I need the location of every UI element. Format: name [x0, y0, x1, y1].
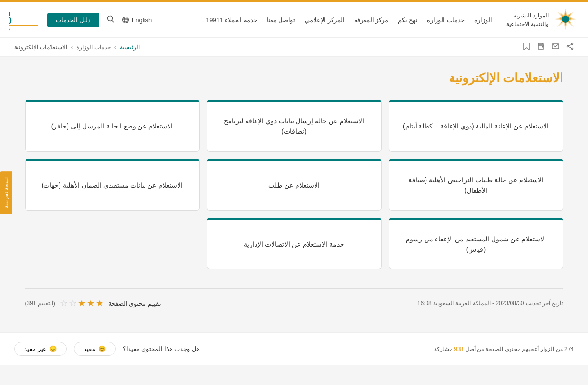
svg-text:2030: 2030: [9, 16, 12, 26]
beta-tag[interactable]: نسخة تجريبية: [0, 171, 12, 214]
breadcrumb-current: الاستعلامات الإلكترونية: [14, 44, 67, 51]
nav-services[interactable]: خدمات الوزارة: [427, 17, 465, 24]
page-title: الاستعلامات الإلكترونية: [25, 71, 563, 86]
header-left: English دليل الخدمات VISION رؤية 2030: [9, 7, 152, 33]
language-switcher[interactable]: English: [122, 16, 152, 24]
vision-logo-svg: VISION رؤية 2030 KINGDOM OF SAUDI ARABIA: [9, 7, 40, 33]
breadcrumb-sep-2: ›: [71, 44, 73, 51]
breadcrumb: الرئيسية › خدمات الوزارة › الاستعلامات ا…: [14, 44, 140, 51]
svg-line-18: [568, 44, 571, 46]
star-3[interactable]: ★: [78, 298, 85, 308]
print-icon[interactable]: [537, 43, 545, 51]
rating-label: تقييم محتوى الصفحة: [108, 300, 161, 307]
star-2[interactable]: ☆: [69, 298, 77, 308]
svg-point-23: [542, 46, 543, 47]
svg-rect-13: [9, 25, 38, 26]
header: الموارد البشرية والتنمية الاجتماعية الوز…: [0, 2, 588, 38]
card-1[interactable]: الاستعلام عن الإعانة المالية (ذوي الإعاق…: [389, 100, 563, 152]
not-useful-button[interactable]: 😞 غير مفيد: [14, 342, 67, 356]
card-6[interactable]: الاستعلام عن بيانات مستفيدي الضمان الأهل…: [25, 159, 200, 211]
lang-label: English: [132, 17, 152, 24]
nav-nahj[interactable]: نهج بكم: [398, 17, 418, 24]
svg-point-15: [572, 43, 573, 45]
services-guide-button[interactable]: دليل الخدمات: [47, 13, 99, 27]
feedback-stats: 274 من الزوار أعجبهم محتوى الصفحة من أصل…: [434, 346, 574, 352]
rating-count: (التقييم 391): [25, 300, 55, 307]
main-content: الاستعلامات الإلكترونية الاستعلام عن الإ…: [16, 57, 573, 332]
svg-line-10: [112, 21, 114, 23]
vision-2030-logo: VISION رؤية 2030 KINGDOM OF SAUDI ARABIA: [9, 7, 40, 33]
last-update: تاريخ آخر تحديث 2023/08/30 - المملكة الع…: [418, 300, 563, 307]
card-4[interactable]: الاستعلام عن حالة طلبات التراخيص الأهلية…: [389, 159, 563, 211]
card-5[interactable]: الاستعلام عن طلب: [207, 159, 382, 211]
useful-label: مفيد: [84, 345, 95, 352]
card-7[interactable]: الاستعلام عن شمول المستفيد من الإعفاء من…: [389, 218, 563, 270]
feedback-bar: 274 من الزوار أعجبهم محتوى الصفحة من أصل…: [0, 332, 588, 365]
nav-customer-service[interactable]: خدمة العملاء 19911: [206, 17, 257, 24]
rating-section: تقييم محتوى الصفحة ☆ ☆ ★ ★ ★ (التقييم 39…: [25, 298, 162, 308]
nav-knowledge[interactable]: مركز المعرفة: [354, 17, 389, 24]
breadcrumb-level1[interactable]: خدمات الوزارة: [77, 44, 110, 51]
breadcrumb-home[interactable]: الرئيسية: [120, 44, 140, 51]
cards-grid: الاستعلام عن الإعانة المالية (ذوي الإعاق…: [25, 100, 563, 269]
globe-icon: [122, 16, 129, 24]
card-2[interactable]: الاستعلام عن حالة إرسال بيانات ذوي الإعا…: [207, 100, 382, 152]
stars: ☆ ☆ ★ ★ ★: [60, 298, 103, 308]
star-5[interactable]: ★: [96, 298, 103, 308]
useful-button[interactable]: 😊 مفيد: [74, 342, 116, 356]
nav-media[interactable]: المركز الإعلامي: [305, 17, 345, 24]
feedback-question: هل وجدت هذا المحتوى مفيدا؟ 😊 مفيد 😞 غير …: [14, 342, 200, 356]
bookmark-icon[interactable]: [523, 43, 530, 51]
action-icons: [523, 43, 574, 51]
breadcrumb-bar: الرئيسية › خدمات الوزارة › الاستعلامات ا…: [0, 38, 588, 57]
svg-point-3: [562, 16, 569, 23]
header-right: الموارد البشرية والتنمية الاجتماعية الوز…: [206, 7, 579, 33]
ministry-logo: الموارد البشرية والتنمية الاجتماعية: [506, 7, 579, 33]
not-useful-label: غير مفيد: [24, 345, 46, 352]
card-3[interactable]: الاستعلام عن وضع الحالة المرسل إلى (حافز…: [25, 100, 200, 152]
ministry-name: الموارد البشرية والتنمية الاجتماعية: [506, 11, 549, 28]
svg-marker-24: [524, 43, 529, 50]
email-icon[interactable]: [552, 43, 559, 51]
svg-point-17: [572, 48, 573, 50]
main-nav: الوزارة خدمات الوزارة نهج بكم مركز المعر…: [206, 17, 492, 24]
card-8[interactable]: خدمة الاستعلام عن الاتصالات الإدارية: [207, 218, 382, 270]
share-icon[interactable]: [566, 43, 574, 51]
nav-wizara[interactable]: الوزارة: [474, 17, 492, 24]
star-4[interactable]: ★: [87, 298, 94, 308]
svg-line-19: [568, 47, 571, 48]
svg-point-9: [107, 16, 112, 21]
footer-info: تاريخ آخر تحديث 2023/08/30 - المملكة الع…: [25, 288, 563, 318]
nav-contact[interactable]: تواصل معنا: [267, 17, 296, 24]
useful-icon: 😊: [98, 345, 106, 352]
svg-text:KINGDOM OF SAUDI ARABIA: KINGDOM OF SAUDI ARABIA: [9, 27, 11, 32]
svg-point-16: [567, 46, 569, 47]
search-button[interactable]: [106, 15, 115, 25]
star-1[interactable]: ☆: [60, 298, 68, 308]
feedback-stats-link[interactable]: 938: [452, 346, 463, 352]
ministry-logo-icon: [553, 7, 579, 33]
feedback-question-label: هل وجدت هذا المحتوى مفيدا؟: [123, 345, 200, 352]
breadcrumb-sep-1: ›: [114, 44, 116, 51]
not-useful-icon: 😞: [49, 345, 57, 352]
